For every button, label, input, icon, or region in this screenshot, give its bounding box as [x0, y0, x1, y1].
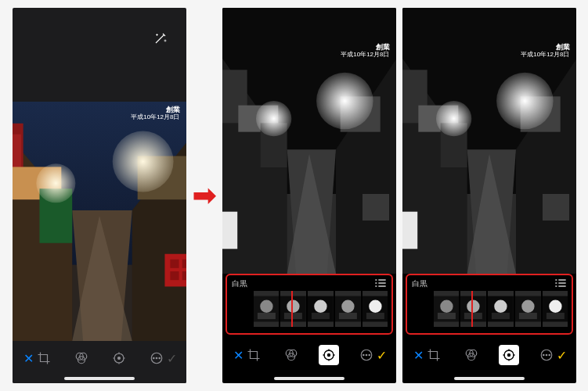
svg-rect-86 [464, 313, 482, 319]
more-icon[interactable] [146, 348, 167, 368]
filter-thumb[interactable] [460, 291, 486, 327]
svg-rect-57 [366, 313, 384, 319]
svg-point-94 [549, 300, 561, 313]
svg-rect-48 [284, 313, 302, 319]
home-indicator[interactable] [454, 377, 525, 380]
filter-thumb[interactable] [515, 291, 541, 327]
editor-toolbar: ✕ ✓ [402, 338, 576, 380]
filter-thumbnails[interactable] [230, 291, 388, 327]
svg-point-39 [316, 73, 373, 130]
filter-thumb[interactable] [488, 291, 514, 327]
editor-panel-bw-1: 創業 平成10年12月8日 白黒 ✕ [222, 8, 396, 383]
svg-rect-11 [170, 260, 179, 268]
filters-icon[interactable] [281, 345, 301, 365]
svg-point-85 [467, 300, 479, 313]
svg-rect-41 [222, 212, 237, 249]
svg-point-66 [369, 354, 370, 356]
more-icon[interactable] [536, 345, 557, 365]
top-bar-area [13, 8, 186, 102]
filter-list-icon[interactable] [554, 278, 567, 289]
crop-icon[interactable] [34, 348, 54, 368]
svg-rect-79 [402, 212, 417, 249]
filters-icon[interactable] [461, 345, 482, 365]
filters-icon[interactable] [71, 348, 92, 368]
svg-point-82 [440, 300, 453, 313]
confirm-button[interactable]: ✓ [377, 345, 387, 365]
svg-point-104 [549, 354, 550, 356]
adjust-icon[interactable] [109, 348, 129, 368]
svg-rect-14 [182, 271, 186, 280]
crop-icon[interactable] [243, 345, 264, 365]
svg-point-78 [436, 101, 471, 136]
svg-point-15 [112, 131, 173, 192]
filter-thumb[interactable] [434, 291, 460, 327]
svg-rect-13 [170, 271, 179, 280]
svg-point-16 [36, 163, 75, 203]
svg-point-27 [156, 357, 157, 359]
filter-list-icon[interactable] [374, 278, 387, 289]
svg-point-28 [159, 357, 161, 359]
photo-preview[interactable]: 創業 平成10年12月8日 [402, 8, 576, 274]
svg-point-50 [314, 300, 326, 313]
filter-slider-indicator[interactable] [471, 291, 473, 327]
adjust-icon[interactable] [319, 345, 339, 365]
filter-thumb[interactable] [543, 291, 568, 327]
svg-point-77 [496, 73, 554, 130]
svg-point-64 [363, 354, 364, 356]
cancel-button[interactable]: ✕ [233, 345, 243, 365]
svg-rect-83 [437, 313, 455, 319]
editor-toolbar: ✕ ✓ [222, 338, 396, 380]
editor-panel-original: 創業 平成10年12月8日 ✕ ✓ [13, 8, 186, 383]
crop-icon[interactable] [424, 345, 444, 365]
svg-rect-12 [182, 260, 186, 268]
svg-point-62 [327, 354, 330, 357]
auto-enhance-icon[interactable] [153, 31, 168, 49]
svg-point-47 [287, 300, 299, 313]
adjust-icon[interactable] [499, 345, 519, 365]
svg-point-53 [341, 300, 354, 313]
svg-rect-38 [363, 194, 389, 221]
svg-point-26 [153, 357, 154, 359]
editor-panel-bw-2: 創業 平成10年12月8日 白黒 ✕ [402, 8, 576, 383]
filter-name-label: 白黒 [232, 278, 247, 289]
filter-thumbnails[interactable] [410, 291, 568, 327]
svg-point-44 [260, 300, 272, 313]
filter-thumb[interactable] [254, 291, 280, 327]
svg-rect-51 [312, 313, 330, 319]
confirm-button[interactable]: ✓ [167, 348, 177, 368]
photo-preview[interactable]: 創業 平成10年12月8日 [13, 102, 186, 341]
svg-rect-10 [164, 254, 186, 287]
cancel-button[interactable]: ✕ [23, 348, 34, 368]
more-icon[interactable] [356, 345, 377, 365]
svg-rect-45 [257, 313, 275, 319]
filter-thumb[interactable] [335, 291, 361, 327]
svg-point-100 [507, 354, 510, 357]
svg-point-102 [543, 354, 544, 356]
overlay-line2: 平成10年12月8日 [131, 114, 179, 121]
overlay-line2: 平成10年12月8日 [341, 52, 389, 59]
filter-thumb[interactable] [308, 291, 334, 327]
photo-date-overlay: 創業 平成10年12月8日 [341, 44, 389, 59]
filter-thumb[interactable] [280, 291, 306, 327]
home-indicator[interactable] [274, 377, 345, 380]
cancel-button[interactable]: ✕ [413, 345, 424, 365]
filter-strip[interactable]: 白黒 [225, 274, 393, 335]
svg-rect-54 [339, 313, 357, 319]
svg-point-103 [546, 354, 547, 356]
confirm-button[interactable]: ✓ [557, 345, 567, 365]
svg-point-56 [369, 300, 381, 313]
filter-strip[interactable]: 白黒 [406, 274, 573, 335]
svg-point-88 [494, 300, 507, 313]
svg-point-40 [256, 101, 291, 136]
filter-slider-indicator[interactable] [291, 291, 293, 327]
photo-date-overlay: 創業 平成10年12月8日 [521, 44, 569, 59]
svg-point-91 [521, 300, 534, 313]
svg-rect-92 [519, 313, 537, 319]
photo-date-overlay: 創業 平成10年12月8日 [131, 106, 179, 121]
filter-name-label: 白黒 [412, 278, 427, 289]
photo-preview[interactable]: 創業 平成10年12月8日 [222, 8, 396, 274]
svg-rect-95 [547, 313, 565, 319]
filter-thumb[interactable] [363, 291, 388, 327]
home-indicator[interactable] [64, 377, 135, 380]
svg-rect-76 [543, 194, 569, 221]
